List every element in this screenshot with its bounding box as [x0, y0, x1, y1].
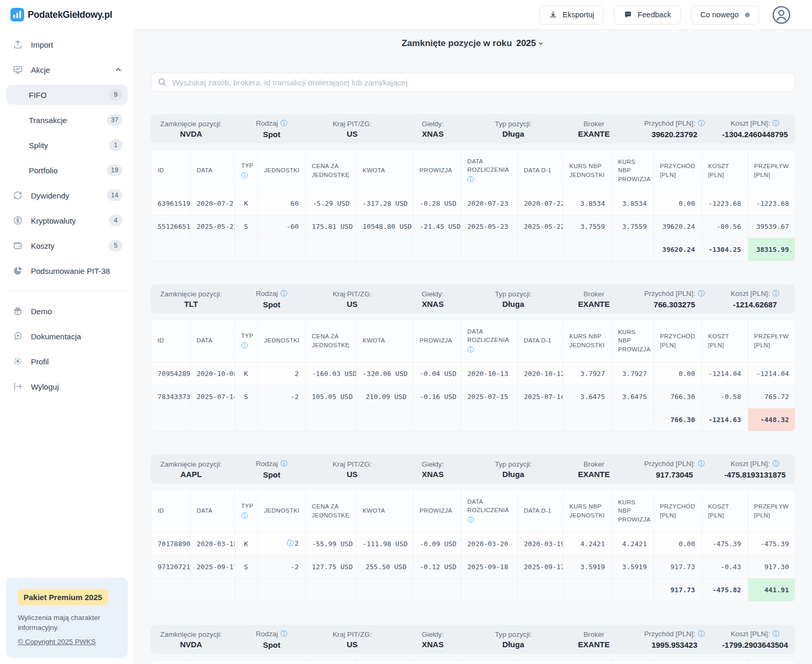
meta-value: Długa — [473, 300, 554, 308]
sidebar-item-import[interactable]: Import — [0, 32, 134, 57]
column-header: PRZYCHÓD [PLN] — [653, 660, 702, 664]
cell: -475.39 — [748, 532, 795, 555]
info-icon[interactable]: ⓘ — [468, 515, 511, 525]
meta-value: XNAS — [393, 300, 473, 308]
cell: 3.8534 — [611, 192, 653, 215]
year-select[interactable]: 2025 — [516, 38, 544, 49]
cell: 0.00 — [653, 192, 702, 215]
info-icon[interactable]: ⓘ — [773, 290, 780, 297]
premium-note: Wyliczenia mają charakter informacyjny. — [18, 613, 116, 633]
cell: -1223.68 — [748, 192, 795, 215]
meta-kraj: Kraj PIT/ZG:US — [312, 290, 393, 308]
total-cell — [611, 238, 653, 261]
sidebar-item-portfolio[interactable]: Portfolio19 — [0, 158, 134, 183]
info-icon[interactable]: ⓘ — [287, 539, 294, 547]
avatar[interactable] — [772, 5, 791, 25]
info-icon[interactable]: ⓘ — [698, 460, 705, 468]
copyright-link[interactable]: © Copyright 2025 PWKS — [18, 638, 96, 646]
column-header: DATA ROZLICZENIAⓘ — [461, 490, 517, 532]
transactions-table: IDDATATYPⓘJEDNOSTKICENA ZA JEDNOSTKĘKWOT… — [151, 149, 795, 261]
main: Eksportuj Feedback Co nowego Zamknięte p… — [134, 0, 812, 664]
info-icon[interactable]: ⓘ — [281, 630, 287, 638]
info-icon[interactable]: ⓘ — [241, 511, 251, 521]
column-header: PRZEPŁYW [PLN] — [748, 150, 795, 192]
cell: -0.09 USD — [413, 532, 461, 555]
sidebar-item-kryptowaluty[interactable]: Kryptowaluty4 — [0, 208, 134, 233]
sidebar-item-podsumowanie-pit-38[interactable]: Podsumowanie PIT-38 — [0, 258, 134, 283]
total-cell: 917.73 — [653, 578, 702, 601]
meta-label: Giełdy: — [393, 120, 473, 128]
info-icon[interactable]: ⓘ — [773, 460, 780, 468]
column-header: KURS NBP JEDNOSTKI — [563, 490, 611, 532]
cell: 2025-09-17 — [517, 555, 563, 578]
info-icon[interactable]: ⓘ — [468, 345, 511, 355]
sidebar-item-dokumentacja[interactable]: Dokumentacja — [0, 324, 134, 349]
sidebar-item-label: Wyloguj — [31, 382, 59, 391]
meta-label: Zamknięcie pozycji: — [151, 630, 231, 638]
column-header: DATA — [190, 320, 235, 362]
info-icon[interactable]: ⓘ — [698, 290, 705, 297]
cell: 3.6475 — [563, 385, 611, 408]
info-icon[interactable]: ⓘ — [468, 175, 511, 184]
info-icon[interactable]: ⓘ — [773, 119, 780, 127]
cell: K — [235, 192, 258, 215]
total-cell — [356, 578, 413, 601]
meta-gieldy: Giełdy:XNAS — [393, 290, 473, 308]
sidebar-item-fifo[interactable]: FIFO9 — [6, 85, 128, 105]
meta-przychod: Przychód [PLN]:ⓘ39620.23792 — [634, 119, 715, 139]
info-icon[interactable]: ⓘ — [698, 119, 705, 127]
whats-new-button[interactable]: Co nowego — [691, 5, 759, 25]
meta-value: EXANTE — [553, 300, 634, 308]
sidebar-item-transakcje[interactable]: Transakcje37 — [0, 107, 134, 132]
sidebar-item-splity[interactable]: Splity1 — [0, 132, 134, 158]
meta-value: US — [312, 640, 393, 649]
meta-close: Zamknięcie pozycji:AAPL — [151, 460, 231, 479]
cell: 2 — [258, 362, 305, 385]
sidebar-item-dywidendy[interactable]: Dywidendy14 — [0, 183, 134, 208]
search-input[interactable] — [151, 73, 795, 92]
wallet-icon — [13, 240, 23, 251]
total-cell — [190, 408, 235, 431]
info-icon[interactable]: ⓘ — [241, 341, 251, 350]
sidebar-item-koszty[interactable]: Koszty5 — [0, 233, 134, 258]
total-cell — [258, 238, 305, 261]
sidebar-item-akcje[interactable]: Akcje — [0, 57, 134, 82]
column-header: DATA — [190, 150, 235, 192]
feedback-button[interactable]: Feedback — [614, 5, 681, 25]
column-header: PRZYCHÓD [PLN] — [653, 320, 702, 362]
cell: 3.7927 — [611, 362, 653, 385]
meta-label: Typ pozycji: — [473, 120, 554, 128]
count-badge: 19 — [107, 164, 123, 176]
info-icon[interactable]: ⓘ — [241, 171, 251, 180]
sidebar-item-demo[interactable]: Demo — [0, 298, 134, 324]
info-icon[interactable]: ⓘ — [281, 290, 287, 297]
meta-close: Zamknięcie pozycji:NVDA — [151, 120, 231, 138]
cell: 3.5919 — [611, 555, 653, 578]
meta-koszt: Koszt [PLN]:ⓘ-1214.62687 — [715, 289, 795, 309]
sidebar-item-profil[interactable]: Profil — [0, 349, 134, 374]
meta-label: Broker — [553, 120, 634, 128]
cell: 97120721 — [151, 555, 190, 578]
total-cell — [235, 408, 258, 431]
transactions-table: IDDATATYPⓘJEDNOSTKICENA ZA JEDNOSTKĘKWOT… — [151, 319, 795, 431]
sidebar-item-label: Dokumentacja — [31, 332, 81, 341]
info-icon[interactable]: ⓘ — [281, 460, 287, 468]
cell: 3.7559 — [563, 215, 611, 238]
total-cell: 766.30 — [653, 408, 702, 431]
column-header: PRZEPŁYW [PLN] — [748, 490, 795, 532]
meta-label: Rodzajⓘ — [231, 459, 312, 469]
info-icon[interactable]: ⓘ — [281, 119, 287, 127]
sidebar-item-wyloguj[interactable]: Wyloguj — [0, 374, 134, 399]
cell: -2 — [258, 555, 305, 578]
cell: 917.30 — [748, 555, 795, 578]
info-icon[interactable]: ⓘ — [773, 630, 780, 638]
meta-label: Broker — [553, 460, 634, 468]
column-header: DATA D-1 — [517, 320, 563, 362]
gear-icon — [13, 356, 23, 367]
export-button[interactable]: Eksportuj — [539, 5, 604, 25]
info-icon[interactable]: ⓘ — [698, 630, 705, 638]
sidebar-item-label: Akcje — [31, 65, 50, 74]
column-header: CENA ZA JEDNOSTKĘ — [305, 320, 356, 362]
cell: -60 — [258, 215, 305, 238]
brand[interactable]: PodatekGiełdowy.pl — [0, 0, 134, 21]
